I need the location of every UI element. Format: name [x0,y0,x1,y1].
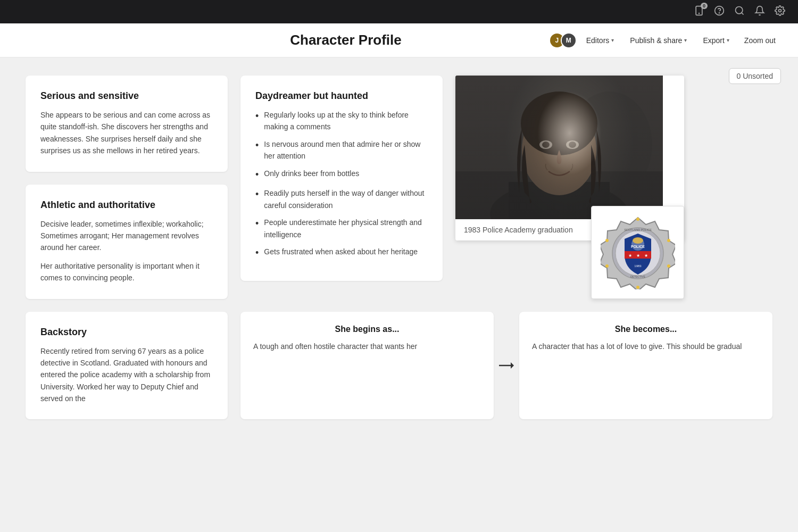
svg-rect-8 [455,76,663,219]
export-button[interactable]: Export ▾ [696,33,735,48]
arc-arrow-icon [494,312,519,420]
serious-title: Serious and sensitive [40,90,213,102]
list-item: Only drinks beer from bottles [255,168,428,182]
svg-point-17 [542,142,550,148]
search-icon[interactable] [734,5,745,19]
svg-rect-7 [455,76,663,219]
svg-point-37 [605,264,609,268]
phone-badge: 0 [701,3,708,9]
svg-text:DETECTIVE: DETECTIVE [630,275,645,278]
card-daydreamer: Daydreamer but haunted Regularly looks u… [240,76,443,281]
svg-text:★: ★ [636,253,639,258]
svg-point-35 [667,264,670,268]
list-item: People underestimate her physical streng… [255,217,428,240]
left-column: Serious and sensitive She appears to be … [26,76,228,299]
photo-area: 1983 Police Academy graduation [455,76,684,299]
svg-text:1983: 1983 [634,264,642,268]
svg-text:★: ★ [644,253,647,258]
arc-begins-text: A tough and often hostile character that… [253,340,481,352]
svg-line-5 [742,12,744,14]
card-athletic: Athletic and authoritative Decisive lead… [26,185,228,299]
badge-card: POLICE ★ ★ ★ 1983 SCOTLAND POLICE DETECT… [591,206,684,299]
arc-begins-card: She begins as... A tough and often hosti… [240,312,494,420]
zoom-button[interactable]: Zoom out [739,33,781,48]
svg-text:POLICE: POLICE [630,245,644,248]
backstory-title: Backstory [40,327,213,338]
list-item: Gets frustrated when asked about her her… [255,246,428,261]
arc-becomes-text: A character that has a lot of love to gi… [532,340,760,352]
phone-icon[interactable]: 0 [694,5,704,19]
daydreamer-list: Regularly looks up at the sky to think b… [255,109,428,261]
header-actions: J M Editors ▾ Publish & share ▾ Export ▾… [549,32,781,48]
svg-point-33 [636,218,639,221]
bell-icon[interactable] [754,5,765,19]
list-item: Readily puts herself in the way of dange… [255,187,428,211]
svg-text:SCOTLAND POLICE: SCOTLAND POLICE [624,228,652,231]
arc-becomes-card: She becomes... A character that has a lo… [519,312,772,420]
svg-point-38 [605,239,609,242]
svg-point-36 [636,286,639,289]
athletic-text1: Decisive leader, sometimes inflexible; w… [40,218,213,254]
card-backstory: Backstory Recently retired from serving … [26,312,228,420]
character-arc: She begins as... A tough and often hosti… [240,312,772,420]
svg-point-14 [522,105,596,195]
export-chevron-icon: ▾ [727,37,729,43]
avatar-2: M [561,32,577,48]
svg-point-19 [569,142,576,148]
editors-button[interactable]: Editors ▾ [580,33,621,48]
svg-point-4 [736,6,743,13]
svg-point-25 [633,237,643,244]
svg-point-6 [779,9,782,12]
main-content: 0 Unsorted Serious and sensitive She app… [0,57,798,532]
list-item: Is nervous around men that admire her or… [255,138,428,162]
settings-icon[interactable] [775,5,785,19]
athletic-title: Athletic and authoritative [40,200,213,211]
svg-point-16 [539,140,552,149]
svg-point-18 [566,140,579,149]
header: Character Profile J M Editors ▾ Publish … [0,23,798,57]
character-photo [455,76,663,219]
list-item: Regularly looks up at the sky to think b… [255,109,428,133]
help-icon[interactable] [714,5,725,19]
athletic-text2: Her authoritative personality is importa… [40,260,213,284]
daydreamer-title: Daydreamer but haunted [255,90,428,102]
svg-point-9 [567,92,652,198]
svg-rect-13 [548,163,570,190]
backstory-text: Recently retired from serving 67 years a… [40,345,213,405]
svg-point-15 [521,92,597,155]
arc-begins-title: She begins as... [253,325,481,334]
editors-avatars: J M [549,32,577,48]
svg-point-34 [667,239,670,242]
card-serious: Serious and sensitive She appears to be … [26,76,228,172]
unsorted-badge[interactable]: 0 Unsorted [729,68,781,84]
publish-button[interactable]: Publish & share ▾ [624,33,693,48]
top-bar: 0 [0,0,798,23]
serious-text: She appears to be serious and can come a… [40,109,213,157]
publish-chevron-icon: ▾ [684,37,687,43]
svg-text:★: ★ [628,253,631,258]
svg-marker-40 [511,362,514,369]
police-badge-icon: POLICE ★ ★ ★ 1983 SCOTLAND POLICE DETECT… [601,215,675,289]
editors-chevron-icon: ▾ [611,37,614,43]
arc-becomes-title: She becomes... [532,325,760,334]
